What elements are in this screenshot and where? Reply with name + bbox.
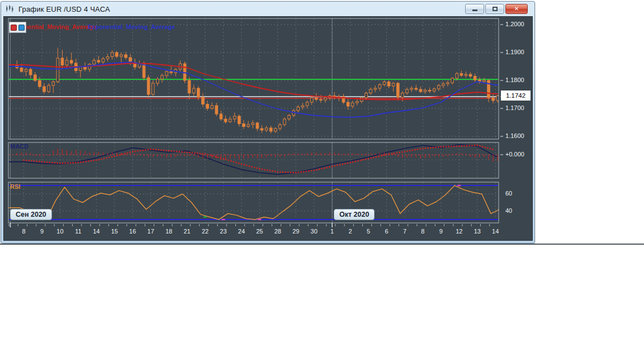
x-axis-label: 17 <box>148 228 154 235</box>
x-axis-label: 11 <box>75 228 81 235</box>
month-badge-october: Окт 2020 <box>334 209 375 220</box>
x-axis-label: 30 <box>311 228 318 235</box>
x-axis-label: 22 <box>202 228 209 235</box>
rsi-axis-label: 40 <box>505 207 512 214</box>
price-axis-label: 1.1700 <box>505 104 524 111</box>
macd-panel-title: MACD <box>10 143 29 150</box>
close-button[interactable]: ✕ <box>505 4 528 14</box>
minimize-icon <box>472 9 477 11</box>
window-title: График EUR /USD 4 ЧАСА <box>18 5 110 13</box>
month-badge-september: Сен 2020 <box>10 209 52 220</box>
x-axis-label: 10 <box>56 228 63 235</box>
x-axis-label: 23 <box>220 228 226 235</box>
x-axis-label: 25 <box>256 228 263 235</box>
x-axis-label: 29 <box>292 228 299 235</box>
x-axis-label: 8 <box>22 228 25 235</box>
price-panel <box>9 18 504 139</box>
titlebar[interactable]: График EUR /USD 4 ЧАСА ✕ <box>1 2 534 16</box>
x-axis-label: 5 <box>367 228 370 235</box>
rsi-axis-label: 60 <box>505 190 512 197</box>
chart-icon <box>5 4 15 13</box>
x-axis-label: 13 <box>474 228 481 235</box>
rsi-panel <box>9 182 500 223</box>
current-price-badge: 1.1742 <box>501 90 531 101</box>
x-axis-label: 8 <box>421 228 424 235</box>
macd-zero-label: +0.000 <box>505 151 524 158</box>
x-axis-label: 1 <box>330 228 334 235</box>
x-axis-label: 14 <box>492 228 499 235</box>
close-icon: ✕ <box>514 6 519 12</box>
maximize-button[interactable] <box>485 4 504 14</box>
price-axis-label: 1.1900 <box>505 49 524 55</box>
price-axis-label: 1.2000 <box>505 21 524 27</box>
red-indicator-swatch[interactable] <box>11 25 17 31</box>
x-axis-label: 18 <box>165 228 172 235</box>
x-axis-label: 16 <box>129 228 136 235</box>
indicator-buttons-box <box>9 22 26 33</box>
price-axis-label: 1.1800 <box>505 77 524 83</box>
window-bottom-edge <box>0 244 644 245</box>
x-axis-label: 21 <box>183 228 190 235</box>
x-axis-label: 14 <box>93 228 100 235</box>
x-axis-label: 7 <box>403 228 406 235</box>
x-axis-label: 9 <box>40 228 44 235</box>
blue-indicator-swatch[interactable] <box>18 25 25 31</box>
legend-label-ema-blue[interactable]: Exponential_Moving_Average <box>88 23 175 30</box>
x-axis-label: 28 <box>274 228 281 235</box>
minimize-button[interactable] <box>465 4 484 14</box>
rsi-panel-title: RSI <box>10 183 20 190</box>
x-axis-label: 24 <box>238 228 245 235</box>
x-axis-label: 2 <box>349 228 352 235</box>
maximize-icon <box>493 7 498 11</box>
x-axis-label: 9 <box>439 228 443 235</box>
page: График EUR /USD 4 ЧАСА ✕ Exponential_Mov… <box>0 0 644 362</box>
chart-canvas[interactable] <box>3 15 532 240</box>
x-axis-label: 15 <box>111 228 118 235</box>
window-controls: ✕ <box>465 4 528 14</box>
x-axis-label: 12 <box>456 228 462 235</box>
x-axis-label: 6 <box>385 228 388 235</box>
macd-panel <box>9 142 502 178</box>
price-axis-label: 1.1600 <box>505 132 524 139</box>
